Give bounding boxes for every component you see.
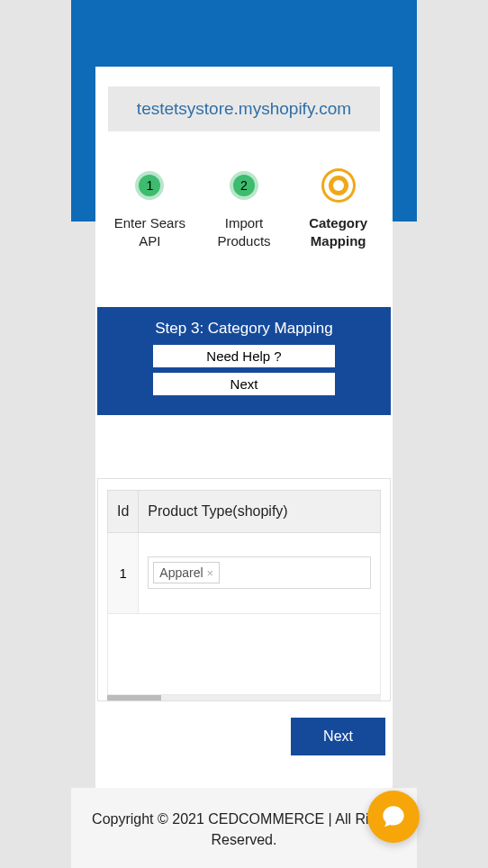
store-url-text: testetsystore.myshopify.com — [137, 99, 351, 118]
step-import-products[interactable]: 2 Import Products — [203, 171, 285, 251]
step-3-circle — [324, 171, 353, 200]
footer-text: Copyright © 2021 CEDCOMMERCE | All Right… — [92, 811, 396, 846]
main-card: testetsystore.myshopify.com 1 Enter Sear… — [95, 67, 393, 791]
product-type-tag: Apparel × — [153, 562, 220, 583]
horizontal-scrollbar[interactable] — [107, 695, 381, 701]
row-product-type-cell: Apparel × — [139, 532, 381, 613]
tag-label: Apparel — [159, 565, 203, 580]
panel-title: Step 3: Category Mapping — [106, 320, 382, 338]
category-table-wrapper: Id Product Type(shopify) 1 Apparel × — [97, 478, 391, 701]
step-2-label: Import Products — [203, 214, 285, 251]
header-id: Id — [108, 490, 139, 532]
panel-next-button[interactable]: Next — [153, 373, 335, 395]
store-url-display: testetsystore.myshopify.com — [108, 86, 380, 131]
chat-bubble-button[interactable] — [367, 791, 420, 843]
product-type-tag-input[interactable]: Apparel × — [148, 556, 371, 589]
step-3-label: Category Mapping — [298, 214, 379, 251]
wizard-steps: 1 Enter Sears API 2 Import Products Cate… — [95, 171, 393, 251]
chat-icon — [381, 804, 406, 829]
scroll-thumb[interactable] — [107, 695, 161, 701]
step-category-mapping[interactable]: Category Mapping — [298, 171, 379, 251]
row-id: 1 — [108, 532, 139, 613]
need-help-button[interactable]: Need Help ? — [153, 345, 335, 367]
step-1-num: 1 — [146, 178, 153, 193]
remove-tag-icon[interactable]: × — [207, 566, 214, 580]
step-enter-api[interactable]: 1 Enter Sears API — [109, 171, 190, 251]
step-2-circle: 2 — [230, 171, 258, 200]
header-product-type: Product Type(shopify) — [139, 490, 381, 532]
next-button[interactable]: Next — [291, 718, 385, 755]
step-2-num: 2 — [240, 178, 248, 193]
step3-panel: Step 3: Category Mapping Need Help ? Nex… — [97, 307, 391, 415]
step-1-circle: 1 — [135, 171, 164, 200]
table-header-row: Id Product Type(shopify) — [108, 490, 381, 532]
step-1-label: Enter Sears API — [109, 214, 190, 251]
empty-cell — [108, 613, 381, 694]
table-row: 1 Apparel × — [108, 532, 381, 613]
footer: Copyright © 2021 CEDCOMMERCE | All Right… — [71, 788, 417, 868]
table-empty-row — [108, 613, 381, 694]
category-table: Id Product Type(shopify) 1 Apparel × — [107, 490, 381, 695]
